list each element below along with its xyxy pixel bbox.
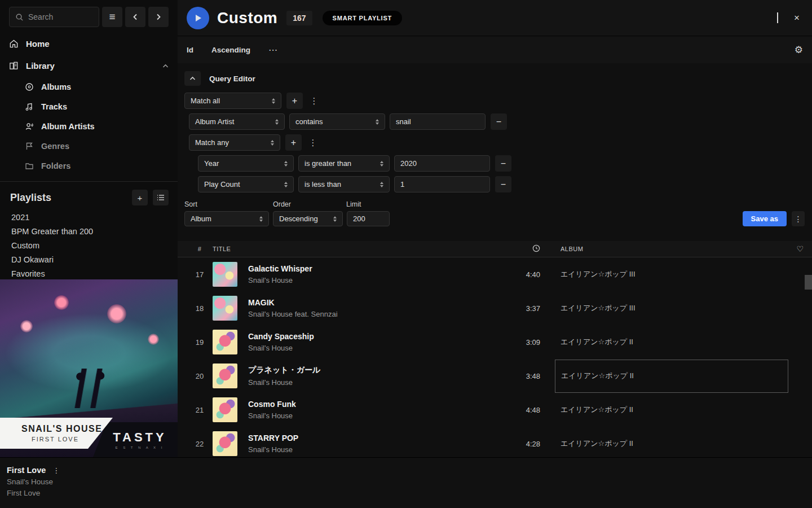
track-row[interactable]: 21 Cosmo Funk Snail's House 4:48 エイリアン☆ポ…	[178, 393, 812, 427]
sidebar-item-label: Albums	[41, 82, 71, 91]
rule-menu-button[interactable]: ⋮	[307, 93, 321, 109]
group-rule-operator-select[interactable]: is less than	[298, 176, 390, 192]
remove-rule-button[interactable]: −	[491, 113, 507, 130]
sidebar-item-tracks[interactable]: Tracks	[0, 97, 178, 116]
track-row[interactable]: 22 STARRY POP Snail's House 4:28 エイリアン☆ポ…	[178, 427, 812, 457]
sidebar-item-albums[interactable]: Albums	[0, 77, 178, 97]
remove-group-rule-button[interactable]: −	[495, 176, 511, 192]
sidebar-item-library[interactable]: Library	[0, 55, 178, 77]
rule-value-input[interactable]: snail	[390, 113, 486, 130]
track-list: 17 Galactic Whisper Snail's House 4:40 エ…	[178, 257, 812, 457]
track-row[interactable]: 17 Galactic Whisper Snail's House 4:40 エ…	[178, 257, 812, 291]
column-album[interactable]: ALBUM	[555, 246, 788, 252]
remove-group-rule-button[interactable]: −	[495, 155, 511, 172]
column-duration[interactable]	[486, 244, 540, 253]
track-artist: Snail's House	[248, 276, 486, 284]
group-rule-value-input[interactable]: 1	[394, 176, 490, 192]
sidebar-item-folders[interactable]: Folders	[0, 156, 178, 176]
match-all-select[interactable]: Match all	[184, 93, 281, 109]
sidebar-item-label: Library	[26, 61, 55, 71]
sort-direction-button[interactable]: Ascending	[211, 46, 250, 54]
playlist-item-2021[interactable]: 2021	[0, 210, 178, 224]
playlist-item-bpm[interactable]: BPM Greater than 200	[0, 224, 178, 238]
sort-field-button[interactable]: Id	[187, 46, 193, 54]
sidebar-item-genres[interactable]: Genres	[0, 136, 178, 156]
search-input[interactable]: Search	[9, 7, 99, 27]
save-menu-button[interactable]: ⋮	[792, 211, 805, 226]
track-row[interactable]: 20 プラネット・ガール Snail's House 3:48 エイリアン☆ポッ…	[178, 359, 812, 393]
playlist-item-dj-okawari[interactable]: DJ Okawari	[0, 252, 178, 266]
playlist-list-button[interactable]	[153, 190, 169, 205]
track-art	[213, 262, 237, 287]
rule-field-select[interactable]: Album Artist	[189, 113, 285, 130]
kebab-icon: ⋮	[309, 138, 317, 148]
group-rule-field-select[interactable]: Play Count	[198, 176, 294, 192]
group-rule-value-input[interactable]: 2020	[394, 155, 490, 172]
maximize-button[interactable]	[777, 13, 778, 23]
list-toolbar: Id Ascending ⋯ ⚙	[178, 37, 812, 63]
match-any-select[interactable]: Match any	[189, 134, 280, 151]
track-album[interactable]: エイリアン☆ポップ II	[555, 326, 788, 359]
track-title: STARRY POP	[248, 433, 486, 443]
add-group-rule-button[interactable]: +	[285, 134, 302, 151]
now-playing-title[interactable]: First Love	[7, 466, 46, 475]
column-number[interactable]: #	[187, 246, 213, 252]
sort-label: Sort	[184, 200, 273, 208]
plus-icon: +	[292, 96, 297, 106]
now-playing-menu-button[interactable]: ⋮	[52, 466, 60, 475]
back-button[interactable]	[125, 7, 145, 27]
group-rule-operator-select[interactable]: is greater than	[298, 155, 390, 172]
close-button[interactable]: ×	[794, 13, 800, 23]
sidebar-item-album-artists[interactable]: Album Artists	[0, 116, 178, 136]
collapse-query-button[interactable]	[184, 71, 201, 86]
column-favorite[interactable]: ♡	[788, 244, 812, 253]
settings-gear-button[interactable]: ⚙	[795, 44, 803, 56]
more-options-button[interactable]: ⋯	[268, 45, 279, 55]
track-duration: 4:40	[486, 270, 540, 279]
track-artist: Snail's House feat. Sennzai	[248, 310, 486, 318]
track-artist: Snail's House	[248, 445, 486, 454]
group-rule-field-select[interactable]: Year	[198, 155, 294, 172]
track-album[interactable]: エイリアン☆ポップ III	[555, 292, 788, 325]
save-as-button[interactable]: Save as	[743, 211, 787, 226]
playlists-title: Playlists	[10, 192, 127, 204]
order-select[interactable]: Descending	[273, 211, 343, 226]
search-placeholder: Search	[28, 12, 53, 21]
select-stepper-icon	[284, 182, 288, 187]
track-album[interactable]: エイリアン☆ポップ II	[555, 393, 788, 427]
menu-button[interactable]: ≡	[102, 7, 122, 27]
now-playing-album[interactable]: First Love	[7, 489, 60, 497]
playlist-item-favorites[interactable]: Favorites	[0, 266, 178, 281]
group-menu-button[interactable]: ⋮	[306, 134, 320, 151]
track-artist: Snail's House	[248, 411, 486, 420]
kebab-icon: ⋮	[310, 96, 319, 106]
query-editor-title: Query Editor	[209, 75, 255, 83]
album-art-artist: SNAIL'S HOUSE	[21, 424, 113, 434]
forward-button[interactable]	[148, 7, 169, 27]
limit-input[interactable]: 200	[347, 211, 390, 226]
sidebar-item-home[interactable]: Home	[0, 33, 178, 55]
artist-icon	[25, 122, 34, 131]
scrollbar-thumb[interactable]	[805, 275, 812, 290]
sidebar-item-label: Home	[26, 39, 50, 49]
track-album[interactable]: エイリアン☆ポップ III	[555, 258, 788, 291]
rule-operator-select[interactable]: contains	[289, 113, 385, 130]
minus-icon: −	[496, 117, 501, 127]
collapse-chevron-icon[interactable]	[162, 64, 169, 68]
sidebar-item-label: Folders	[41, 161, 70, 170]
disc-icon	[25, 82, 34, 91]
page-title: Custom	[217, 9, 277, 27]
sort-select[interactable]: Album	[184, 211, 269, 226]
track-album-focused-cell[interactable]: エイリアン☆ポップ II	[555, 360, 788, 393]
track-row[interactable]: 18 MAGIK Snail's House feat. Sennzai 3:3…	[178, 291, 812, 325]
sidebar-item-label: Genres	[41, 142, 69, 151]
playlist-item-custom[interactable]: Custom	[0, 238, 178, 252]
now-playing-artist[interactable]: Snail's House	[7, 478, 60, 486]
column-title[interactable]: TITLE	[213, 246, 486, 252]
play-playlist-button[interactable]	[187, 7, 209, 29]
add-rule-button[interactable]: +	[286, 93, 303, 109]
add-playlist-button[interactable]: +	[132, 190, 148, 205]
sidebar-item-label: Album Artists	[41, 122, 95, 131]
track-album[interactable]: エイリアン☆ポップ II	[555, 427, 788, 458]
track-row[interactable]: 19 Candy Spaceship Snail's House 3:09 エイ…	[178, 325, 812, 359]
